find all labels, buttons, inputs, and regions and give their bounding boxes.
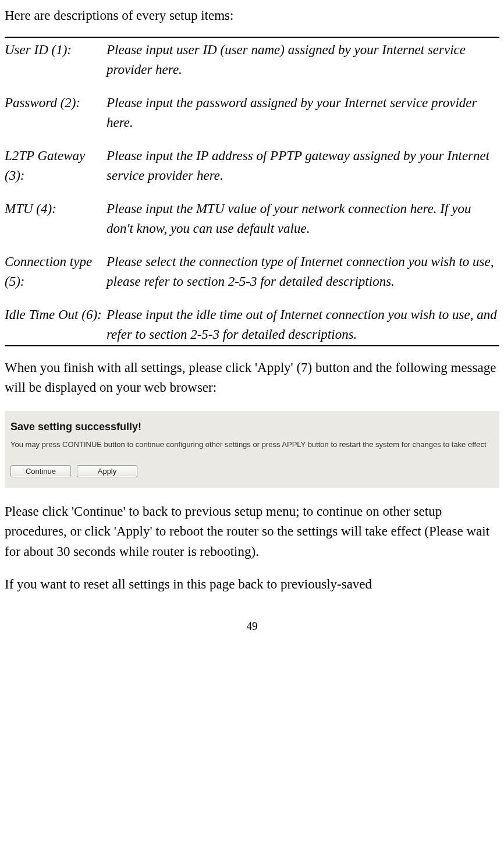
setup-desc: Please input the IP address of PPTP gate… bbox=[107, 146, 499, 186]
intro-text: Here are descriptions of every setup ite… bbox=[5, 6, 499, 26]
setup-label: Connection type (5): bbox=[5, 252, 107, 292]
apply-button[interactable]: Apply bbox=[77, 465, 137, 477]
setup-desc: Please input the MTU value of your netwo… bbox=[107, 199, 499, 239]
setup-row-user-id: User ID (1): Please input user ID (user … bbox=[5, 40, 499, 80]
reset-text: If you want to reset all settings in thi… bbox=[5, 575, 499, 595]
page-number: 49 bbox=[5, 618, 499, 635]
setup-row-mtu: MTU (4): Please input the MTU value of y… bbox=[5, 199, 499, 239]
setup-label: L2TP Gateway (3): bbox=[5, 146, 107, 186]
setup-desc: Please input the idle time out of Intern… bbox=[107, 305, 499, 345]
setup-label: User ID (1): bbox=[5, 40, 107, 80]
setup-row-connection-type: Connection type (5): Please select the c… bbox=[5, 252, 499, 292]
after-table-text: When you finish with all settings, pleas… bbox=[5, 358, 499, 398]
setup-row-l2tp-gateway: L2TP Gateway (3): Please input the IP ad… bbox=[5, 146, 499, 186]
setup-desc: Please select the connection type of Int… bbox=[107, 252, 499, 292]
setup-desc: Please input user ID (user name) assigne… bbox=[107, 40, 499, 80]
save-success-panel: Save setting successfully! You may press… bbox=[5, 411, 499, 488]
panel-title: Save setting successfully! bbox=[10, 419, 494, 435]
setup-label: Idle Time Out (6): bbox=[5, 305, 107, 345]
panel-message: You may press CONTINUE button to continu… bbox=[10, 439, 494, 450]
setup-label: MTU (4): bbox=[5, 199, 107, 239]
continue-apply-text: Please click 'Continue' to back to previ… bbox=[5, 502, 499, 562]
setup-row-idle-time-out: Idle Time Out (6): Please input the idle… bbox=[5, 305, 499, 345]
setup-label: Password (2): bbox=[5, 93, 107, 133]
continue-button[interactable]: Continue bbox=[10, 465, 71, 477]
panel-buttons: Continue Apply bbox=[10, 465, 494, 477]
setup-items-table: User ID (1): Please input user ID (user … bbox=[5, 37, 499, 346]
setup-desc: Please input the password assigned by yo… bbox=[107, 93, 499, 133]
setup-row-password: Password (2): Please input the password … bbox=[5, 93, 499, 133]
